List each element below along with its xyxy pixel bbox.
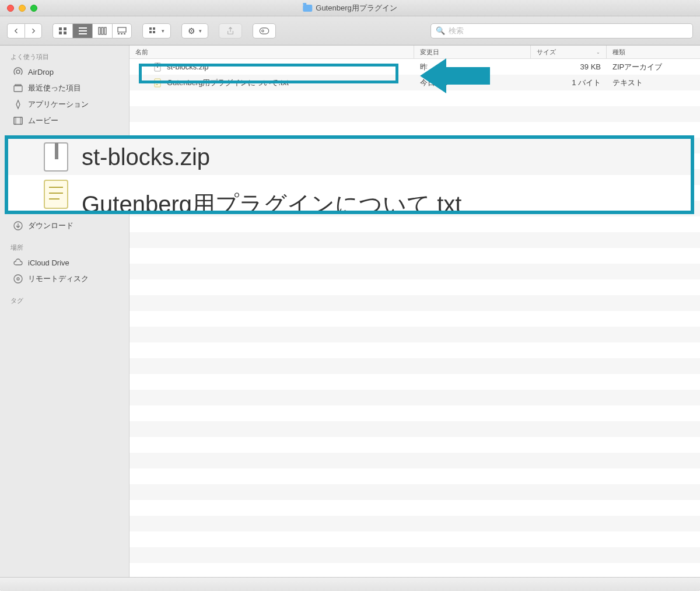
sidebar-item-remote-disc[interactable]: リモートディスク [0,271,129,287]
zoom-file-name: Gutenberg用プラグインについて txt [82,188,461,214]
gallery-view-button[interactable] [112,23,132,39]
nav-buttons [7,23,42,39]
applications-icon [13,99,23,110]
svg-rect-13 [124,33,125,34]
column-header-size[interactable]: サイズ⌄ [531,46,607,58]
svg-rect-22 [15,85,21,86]
svg-rect-15 [153,27,155,30]
svg-rect-1 [64,27,66,30]
file-size: 1 バイト [531,78,607,88]
svg-rect-21 [14,86,22,92]
window-title: Gutenberg用プラグイン [303,3,397,13]
svg-rect-2 [59,32,62,34]
svg-rect-14 [149,27,152,30]
zip-file-icon [153,62,162,72]
svg-rect-8 [102,27,103,34]
txt-file-icon [153,78,162,88]
zoom-row: Gutenberg用プラグインについて txt [43,177,691,211]
file-list: 名前 変更日 サイズ⌄ 種類 st-blocks.zip 昨 39 KB ZIP… [130,46,700,577]
sidebar-item-label: ムービー [28,116,58,126]
search-input[interactable] [449,26,688,35]
svg-rect-4 [79,27,87,29]
svg-rect-25 [20,117,22,124]
svg-rect-11 [118,33,120,34]
svg-rect-16 [149,31,152,33]
close-button[interactable] [7,5,14,12]
search-icon: 🔍 [436,26,445,35]
list-header: 名前 変更日 サイズ⌄ 種類 [130,46,700,59]
svg-rect-24 [14,117,16,124]
movies-icon [13,116,23,126]
column-header-name[interactable]: 名前 [130,46,414,58]
sidebar-item-downloads[interactable]: ダウンロード [0,218,129,234]
sidebar-item-label: アプリケーション [28,99,89,110]
forward-button[interactable] [24,23,42,39]
column-header-kind[interactable]: 種類 [607,46,700,58]
list-view-button[interactable] [72,23,92,39]
zoom-file-name: st-blocks.zip [82,144,210,170]
maximize-button[interactable] [30,5,37,12]
svg-point-20 [16,70,20,74]
sidebar-item-label: AirDrop [28,68,54,76]
file-name: Gutenberg用プラグインについて.txt [167,78,289,88]
svg-rect-18 [260,27,268,33]
share-button[interactable] [219,23,242,39]
sidebar-item-airdrop[interactable]: AirDrop [0,64,129,80]
svg-rect-12 [121,33,123,34]
content: よく使う項目 AirDrop 最近使った項目 アプリケーション ムービー [0,46,700,577]
view-buttons [52,23,132,39]
sidebar-item-label: ダウンロード [28,221,74,231]
svg-rect-17 [153,31,155,33]
file-name: st-blocks.zip [167,62,209,71]
search-box[interactable]: 🔍 [430,23,693,39]
zip-file-icon [43,142,69,172]
sidebar-item-movies[interactable]: ムービー [0,113,129,129]
file-row[interactable]: st-blocks.zip 昨 39 KB ZIPアーカイブ [130,59,700,75]
window-title-text: Gutenberg用プラグイン [316,3,397,13]
file-kind: ZIPアーカイブ [607,62,700,72]
sidebar-section-title: 場所 [0,241,129,254]
back-button[interactable] [7,23,24,39]
sidebar-section-favorites: よく使う項目 AirDrop 最近使った項目 アプリケーション ムービー [0,50,129,129]
sidebar-item-label: 最近使った項目 [28,83,81,93]
finder-window: Gutenberg用プラグイン [0,0,700,591]
minimize-button[interactable] [19,5,26,12]
toolbar: ▾ ⚙ ▾ 🔍 [0,16,700,46]
sidebar-item-icloud[interactable]: iCloud Drive [0,254,129,271]
icon-view-button[interactable] [52,23,72,39]
statusbar [0,577,700,591]
svg-point-27 [14,275,22,283]
svg-point-28 [17,278,19,280]
action-menu-button[interactable]: ⚙ ▾ [181,23,208,39]
column-view-button[interactable] [92,23,112,39]
sidebar-section-title: タグ [0,294,129,307]
svg-rect-23 [14,117,22,124]
file-date: 昨 [414,62,531,72]
svg-rect-5 [79,30,87,32]
group-by-button[interactable]: ▾ [142,23,171,39]
svg-rect-7 [99,27,100,34]
svg-rect-10 [118,27,126,32]
annotation-zoom-overlay: st-blocks.zip Gutenberg用プラグインについて txt [5,135,694,214]
sidebar-section-tags: タグ [0,294,129,307]
column-header-date[interactable]: 変更日 [414,46,531,58]
file-row[interactable]: Gutenberg用プラグインについて.txt 今日 1 6 1 バイト テキス… [130,75,700,90]
svg-rect-30 [157,63,158,68]
tags-button[interactable] [253,23,276,39]
chevron-down-icon: ▾ [199,28,202,34]
file-date: 今日 1 6 [414,78,531,88]
folder-icon [303,5,312,12]
airdrop-icon [13,67,23,77]
svg-rect-9 [104,27,106,34]
sidebar-item-recents[interactable]: 最近使った項目 [0,80,129,96]
svg-rect-37 [55,143,58,159]
svg-rect-38 [44,180,68,208]
sort-arrow-icon: ⌄ [596,50,600,55]
file-kind: テキスト [607,78,700,88]
txt-file-icon [43,179,69,209]
traffic-lights [0,5,37,12]
sidebar-item-applications[interactable]: アプリケーション [0,96,129,113]
downloads-icon [13,221,23,231]
titlebar: Gutenberg用プラグイン [0,0,700,16]
svg-rect-0 [59,27,62,30]
